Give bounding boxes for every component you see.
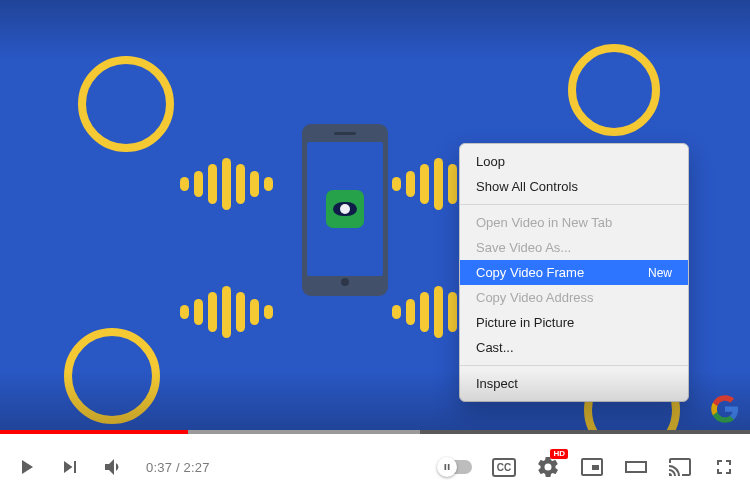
menu-separator bbox=[460, 365, 688, 366]
menu-item-new-tag: New bbox=[648, 266, 672, 280]
menu-item-inspect[interactable]: Inspect bbox=[460, 371, 688, 396]
menu-item-picture-in-picture[interactable]: Picture in Picture bbox=[460, 310, 688, 335]
player-controls: 0:37 / 2:27 CC HD bbox=[0, 434, 750, 500]
menu-item-cast[interactable]: Cast... bbox=[460, 335, 688, 360]
menu-item-show-all-controls[interactable]: Show All Controls bbox=[460, 174, 688, 199]
time-display: 0:37 / 2:27 bbox=[146, 460, 210, 475]
current-time: 0:37 bbox=[146, 460, 172, 475]
theater-button[interactable] bbox=[624, 455, 648, 479]
menu-item-loop[interactable]: Loop bbox=[460, 149, 688, 174]
menu-separator bbox=[460, 204, 688, 205]
volume-button[interactable] bbox=[102, 455, 126, 479]
google-logo-icon bbox=[710, 394, 740, 424]
next-button[interactable] bbox=[58, 455, 82, 479]
settings-button[interactable]: HD bbox=[536, 455, 560, 479]
soundwave-icon bbox=[180, 286, 273, 338]
autoplay-toggle[interactable] bbox=[438, 460, 472, 474]
play-button[interactable] bbox=[14, 455, 38, 479]
decor-circle bbox=[584, 362, 680, 430]
menu-item-save-video: Save Video As... bbox=[460, 235, 688, 260]
app-icon bbox=[326, 190, 364, 228]
video-context-menu: Loop Show All Controls Open Video in New… bbox=[459, 143, 689, 402]
progress-bar[interactable] bbox=[0, 430, 750, 434]
cc-button[interactable]: CC bbox=[492, 455, 516, 479]
phone-graphic bbox=[302, 124, 388, 296]
duration: 2:27 bbox=[184, 460, 210, 475]
decor-circle bbox=[78, 56, 174, 152]
fullscreen-button[interactable] bbox=[712, 455, 736, 479]
decor-circle bbox=[64, 328, 160, 424]
menu-item-copy-video-frame[interactable]: Copy Video FrameNew bbox=[460, 260, 688, 285]
progress-played bbox=[0, 430, 188, 434]
cast-button[interactable] bbox=[668, 455, 692, 479]
decor-circle bbox=[568, 44, 660, 136]
menu-item-copy-video-address: Copy Video Address bbox=[460, 285, 688, 310]
hd-badge: HD bbox=[550, 449, 568, 459]
miniplayer-button[interactable] bbox=[580, 455, 604, 479]
menu-item-open-new-tab: Open Video in New Tab bbox=[460, 210, 688, 235]
soundwave-icon bbox=[180, 158, 273, 210]
video-frame[interactable]: Loop Show All Controls Open Video in New… bbox=[0, 0, 750, 430]
